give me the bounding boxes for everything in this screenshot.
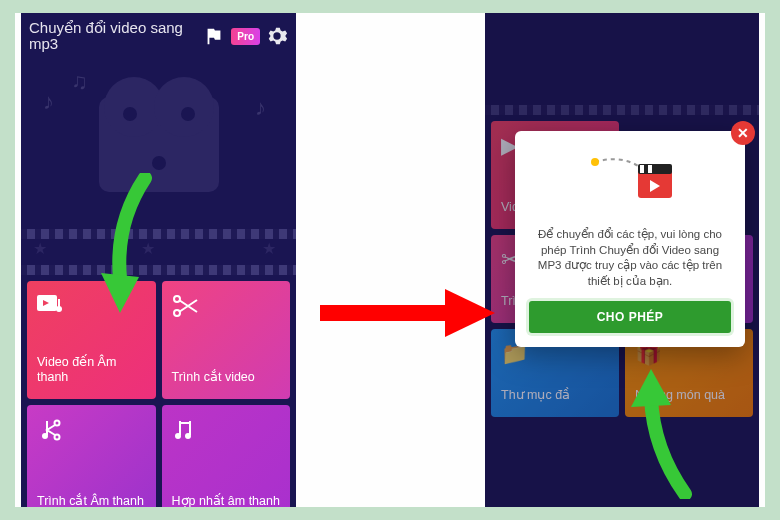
- pro-badge[interactable]: Pro: [231, 28, 260, 45]
- svg-point-10: [591, 158, 599, 166]
- svg-point-2: [56, 306, 62, 312]
- tile-label: Trình cắt video: [172, 370, 281, 385]
- audio-merge-icon: [172, 417, 281, 449]
- film-strip-decor: [21, 265, 296, 275]
- tile-video-to-audio[interactable]: Video đến Âm thanh: [27, 281, 156, 399]
- hero-illustration: ♪ ♫ ♪: [21, 59, 296, 229]
- flag-icon[interactable]: [203, 25, 225, 47]
- tile-label: Hợp nhất âm thanh: [172, 494, 281, 507]
- right-phone-screen: ▶ Vide ✂ Trình cắt video ♫ Hợp nhất âm t…: [485, 13, 759, 507]
- dialog-illustration: [529, 147, 731, 219]
- tile-video-cutter[interactable]: Trình cắt video: [162, 281, 291, 399]
- left-phone-screen: Chuyển đổi video sang mp3 Pro ♪ ♫ ♪: [21, 13, 296, 507]
- scissors-icon: [172, 293, 281, 325]
- close-button[interactable]: ✕: [731, 121, 755, 145]
- svg-point-7: [55, 435, 60, 440]
- star-strip-decor: ★ ★ ★: [21, 239, 296, 265]
- tile-label: Video đến Âm thanh: [37, 355, 146, 385]
- svg-point-6: [55, 421, 60, 426]
- allow-button[interactable]: CHO PHÉP: [529, 301, 731, 333]
- permission-dialog: ✕ Để chuyển đổi các tệp, vui lòng cho ph…: [515, 131, 745, 347]
- audio-cut-icon: [37, 417, 146, 449]
- annotation-arrow-red: [315, 283, 495, 343]
- film-strip-decor: [21, 229, 296, 239]
- svg-rect-13: [640, 165, 644, 173]
- app-header: Chuyển đổi video sang mp3 Pro: [21, 13, 296, 59]
- svg-point-5: [42, 433, 48, 439]
- svg-point-8: [175, 433, 181, 439]
- svg-rect-14: [648, 165, 652, 173]
- dialog-message: Để chuyển đổi các tệp, vui lòng cho phép…: [529, 227, 731, 289]
- gear-icon[interactable]: [266, 25, 288, 47]
- tile-audio-merge[interactable]: Hợp nhất âm thanh: [162, 405, 291, 507]
- svg-point-9: [185, 433, 191, 439]
- tile-label: Trình cắt Âm thanh: [37, 494, 146, 507]
- tile-audio-cutter[interactable]: Trình cắt Âm thanh: [27, 405, 156, 507]
- video-audio-icon: [37, 293, 146, 325]
- film-reel-icon: [99, 97, 219, 192]
- app-title: Chuyển đổi video sang mp3: [29, 20, 197, 53]
